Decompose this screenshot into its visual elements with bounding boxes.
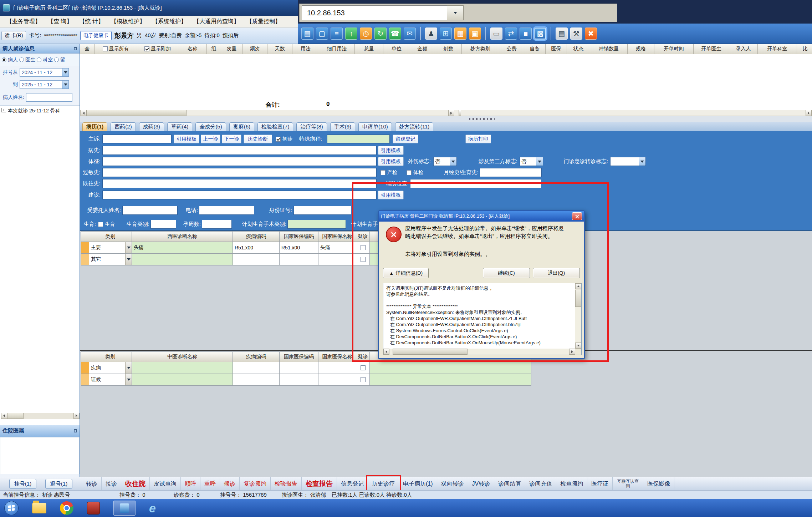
gestation-input[interactable]: [202, 220, 232, 229]
show-all-checkbox[interactable]: [103, 46, 108, 51]
visit-tree-item[interactable]: 本次就诊 25-11-12 骨科: [8, 108, 60, 114]
print-record-button[interactable]: 病历打印: [465, 135, 491, 143]
ehealth-card-button[interactable]: 电子健康卡: [80, 31, 112, 40]
national-code-cell[interactable]: R51.x00: [280, 242, 318, 254]
tab-prescription-flow[interactable]: 处方流转(11): [395, 122, 434, 131]
menu-item-business[interactable]: 【业务管理】: [4, 18, 44, 25]
diagnosis-type-select[interactable]: 主要: [89, 242, 132, 253]
dialog-close-button[interactable]: [572, 212, 582, 220]
inpatient-orders-header[interactable]: 住院医嘱: [0, 425, 80, 437]
disease-code-cell[interactable]: R51.x00: [233, 242, 280, 254]
disease-code-cell[interactable]: [233, 362, 280, 374]
scroll-up-arrow[interactable]: [575, 283, 581, 289]
emr-button[interactable]: 电子病历(1): [399, 477, 437, 491]
menstrual-history-input[interactable]: [480, 168, 542, 177]
console-icon[interactable]: ≡: [331, 27, 343, 40]
scroll-right-arrow[interactable]: [569, 349, 575, 355]
scroll-thumb[interactable]: [575, 290, 581, 307]
splitter-grip[interactable]: [469, 118, 495, 120]
ip-address-field[interactable]: 10.2.86.153: [302, 5, 447, 20]
show-extra-checkbox[interactable]: [144, 46, 149, 51]
scroll-right-arrow[interactable]: [448, 110, 454, 116]
cite-template-button[interactable]: 引用模板: [378, 157, 404, 166]
special-disease-input[interactable]: [327, 135, 390, 143]
transfer-icon[interactable]: ⇄: [505, 27, 517, 40]
tab-western-medicine[interactable]: 西药(2): [111, 122, 136, 131]
suspect-checkbox[interactable]: [361, 377, 366, 382]
past-history-input[interactable]: [102, 179, 377, 188]
national-code-cell[interactable]: [280, 374, 318, 386]
observe-register-button[interactable]: 留观登记: [393, 135, 418, 143]
diagnosis-type-select[interactable]: 疾病: [89, 362, 132, 374]
exam-booking-button[interactable]: 检查预约: [556, 477, 587, 491]
national-code-cell[interactable]: [280, 362, 318, 374]
row-selector[interactable]: [81, 362, 89, 374]
tab-lab-exam[interactable]: 检验检查(7): [257, 122, 293, 131]
register-button[interactable]: 挂号(1): [9, 479, 36, 489]
tree-expand-icon[interactable]: [1, 108, 6, 112]
panel-icon[interactable]: ■: [520, 27, 532, 40]
clinic-recharge-button[interactable]: 诊间充值: [525, 477, 556, 491]
cite-template-button[interactable]: 引用模板: [378, 146, 404, 155]
revisit-booking-button[interactable]: 复诊预约: [240, 477, 271, 491]
skin-test-query-button[interactable]: 皮试查询: [150, 477, 181, 491]
horizontal-splitter[interactable]: [80, 116, 812, 122]
mail-icon[interactable]: ✉: [404, 27, 416, 40]
tab-medical-record[interactable]: 病历(1): [82, 122, 107, 131]
third-party-flag-select[interactable]: 否: [520, 157, 543, 166]
phone-input[interactable]: [199, 206, 254, 215]
aux-exam-input[interactable]: [410, 179, 541, 188]
taskbar-ie-icon[interactable]: e: [149, 501, 156, 515]
pane-splitter[interactable]: [459, 110, 461, 116]
lab-report-button[interactable]: 检验报告: [271, 477, 302, 491]
menu-item-template[interactable]: 【模板维护】: [108, 18, 148, 25]
allergy-input[interactable]: [102, 168, 377, 177]
clinic-settlement-button[interactable]: 诊间结算: [494, 477, 525, 491]
suspect-checkbox[interactable]: [361, 245, 366, 250]
admit-inpatient-button[interactable]: 收住院: [121, 477, 150, 491]
details-button[interactable]: ▲ 详细信息(D): [383, 268, 429, 278]
scroll-left-arrow[interactable]: [1, 413, 7, 419]
details-vscrollbar[interactable]: [575, 283, 581, 349]
suspect-checkbox[interactable]: [361, 365, 366, 370]
org-chart-icon[interactable]: ⊞: [440, 27, 452, 40]
diagnosis-name-cell[interactable]: 头痛: [132, 242, 233, 254]
tab-narcotic[interactable]: 毒麻(6): [229, 122, 254, 131]
phone-icon[interactable]: ☎: [389, 27, 401, 40]
date-to-field[interactable]: 2025 - 11 - 12: [20, 80, 69, 89]
national-code-cell[interactable]: [280, 254, 318, 265]
row-selector[interactable]: [81, 254, 89, 265]
recall-patient-button[interactable]: 重呼: [200, 477, 220, 491]
upload-icon[interactable]: ↑: [345, 27, 357, 40]
pin-icon[interactable]: [74, 47, 77, 50]
scroll-thumb[interactable]: [393, 349, 468, 355]
diagnosis-type-select[interactable]: 其它: [89, 254, 132, 265]
suspect-checkbox[interactable]: [361, 257, 366, 262]
radio-department[interactable]: [37, 57, 41, 62]
history-diagnosis-button[interactable]: 历史诊断: [244, 135, 272, 143]
national-name-cell[interactable]: 头痛: [318, 242, 356, 254]
menu-item-query[interactable]: 【查 询】: [45, 18, 75, 25]
scroll-left-arrow[interactable]: [383, 349, 389, 355]
accept-visit-button[interactable]: 接诊: [102, 477, 121, 491]
er-transfer-flag-select[interactable]: [610, 157, 646, 166]
menu-item-quality[interactable]: 【质量控制】: [244, 18, 284, 25]
national-name-cell[interactable]: [318, 362, 356, 374]
menu-item-statistics[interactable]: 【统 计】: [76, 18, 106, 25]
radio-patient[interactable]: [2, 57, 6, 62]
unregister-button[interactable]: 退号(1): [45, 479, 72, 489]
extra-cell[interactable]: [370, 362, 531, 374]
start-button[interactable]: [4, 501, 19, 515]
monitor-icon[interactable]: ▢: [316, 27, 328, 40]
two-way-referral-button[interactable]: 双向转诊: [437, 477, 468, 491]
taskbar-folder-icon[interactable]: [32, 503, 46, 513]
row-selector[interactable]: [81, 242, 89, 254]
continue-button[interactable]: 继续(C): [483, 268, 530, 278]
disease-code-cell[interactable]: [233, 374, 280, 386]
referral-button[interactable]: 转诊: [82, 477, 102, 491]
tab-request-form[interactable]: 申请单(10): [358, 122, 392, 131]
main-hscrollbar[interactable]: [80, 110, 812, 116]
tab-patent-medicine[interactable]: 成药(3): [139, 122, 164, 131]
info-register-button[interactable]: 信息登记: [337, 477, 368, 491]
fertility-checkbox[interactable]: [98, 222, 103, 227]
